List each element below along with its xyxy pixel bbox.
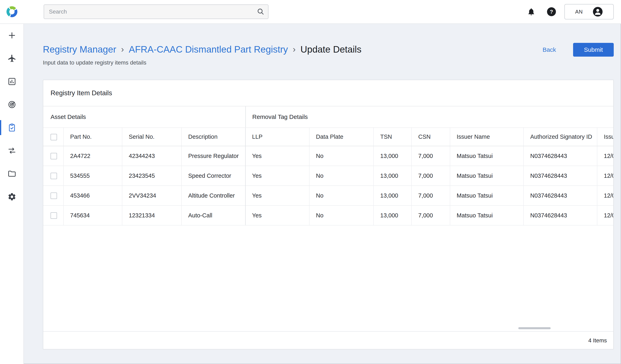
column-header-serial-no: Serial No. (122, 128, 182, 146)
user-avatar-icon (592, 6, 603, 17)
cell-issuer-name: Matsuo Tatsui (450, 166, 524, 186)
column-header-csn: CSN (412, 128, 450, 146)
select-all-checkbox[interactable] (51, 134, 57, 140)
table-row: 2A472242344243Pressure RegulatorYesNo13,… (43, 146, 613, 166)
submit-button[interactable]: Submit (573, 43, 614, 57)
notifications-button[interactable] (526, 7, 536, 17)
sidebar-item-registry[interactable] (0, 116, 24, 139)
topbar: ? AN (0, 0, 621, 24)
breadcrumb-separator: › (293, 43, 295, 56)
table-header-row: Part No.Serial No.DescriptionLLPData Pla… (43, 128, 613, 146)
cell-llp: Yes (245, 206, 309, 225)
cell-tsn: 13,000 (374, 166, 412, 186)
group-header-removal-tag-details: Removal Tag Details (245, 106, 613, 127)
cell-serial-no: 23423545 (122, 166, 182, 186)
cell-tsn: 13,000 (374, 206, 412, 225)
help-icon: ? (547, 7, 556, 16)
select-all-cell (43, 128, 64, 146)
table-region: Asset Details Removal Tag Details Part N… (43, 106, 613, 332)
gear-icon (7, 192, 16, 201)
column-header-tsn: TSN (374, 128, 412, 146)
cell-serial-no: 42344243 (122, 146, 182, 166)
breadcrumb-separator: › (121, 43, 124, 56)
breadcrumb-link-registry-manager[interactable]: Registry Manager (43, 43, 116, 56)
cell-description: Altitude Controller (182, 186, 245, 206)
registry-item-details-card: Registry Item Details Asset Details Remo… (43, 80, 614, 349)
cell-issuer-name: Matsuo Tatsui (450, 146, 524, 166)
column-header-data-plate: Data Plate (309, 128, 374, 146)
cell-part-no: 2A4722 (64, 146, 122, 166)
cell-csn: 7,000 (412, 186, 450, 206)
cell-tsn: 13,000 (374, 186, 412, 206)
sidebar (0, 24, 24, 364)
cell-issuer-name: Matsuo Tatsui (450, 206, 524, 225)
cell-authorized-signatory-id: N0374628443 (524, 166, 597, 186)
user-initials: AN (575, 9, 583, 15)
cell-issuer-name: Matsuo Tatsui (450, 186, 524, 206)
sidebar-item-files[interactable] (0, 162, 24, 185)
plus-icon (7, 31, 16, 40)
sidebar-item-tracking[interactable] (0, 93, 24, 116)
cell-description: Speed Corrector (182, 166, 245, 186)
bell-icon (527, 7, 535, 16)
table-body: 2A472242344243Pressure RegulatorYesNo13,… (43, 146, 613, 225)
column-header-description: Description (182, 128, 245, 146)
row-checkbox[interactable] (51, 212, 57, 219)
global-search (44, 4, 268, 19)
sidebar-item-analytics[interactable] (0, 70, 24, 93)
header-actions: Back Submit (543, 43, 614, 57)
cell-csn: 7,000 (412, 146, 450, 166)
main-content: Registry Manager › AFRA-CAAC Dismantled … (24, 24, 621, 364)
cell-part-no: 534555 (64, 166, 122, 186)
cell-data-plate: No (309, 146, 374, 166)
cell-llp: Yes (245, 166, 309, 186)
back-link[interactable]: Back (543, 43, 556, 57)
sidebar-item-aircraft[interactable] (0, 47, 24, 70)
cell-tsn: 13,000 (374, 146, 412, 166)
cell-llp: Yes (245, 146, 309, 166)
sidebar-item-transfers[interactable] (0, 139, 24, 162)
help-button[interactable]: ? (547, 7, 556, 17)
app-logo[interactable] (0, 6, 24, 17)
clipboard-check-icon (7, 123, 16, 132)
cell-csn: 7,000 (412, 206, 450, 225)
card-footer: 4 Items (43, 332, 613, 349)
page-subtitle: Input data to update registry items deta… (43, 59, 362, 66)
cell-data-plate: No (309, 186, 374, 206)
row-checkbox[interactable] (51, 173, 57, 179)
row-checkbox[interactable] (51, 192, 57, 199)
cell-serial-no: 12321334 (122, 206, 182, 225)
radar-icon (7, 100, 16, 109)
cell-csn: 7,000 (412, 166, 450, 186)
search-icon (257, 8, 264, 15)
cell-description: Auto-Call (182, 206, 245, 225)
table-row: 74563412321334Auto-CallYesNo13,0007,000M… (43, 206, 613, 225)
row-select-cell (43, 146, 64, 166)
search-input[interactable] (44, 4, 268, 19)
sidebar-item-settings[interactable] (0, 185, 24, 208)
row-select-cell (43, 206, 64, 225)
table-group-header-row: Asset Details Removal Tag Details (43, 106, 613, 128)
column-header-issuer-name: Issuer Name (450, 128, 524, 146)
registry-items-table: Part No.Serial No.DescriptionLLPData Pla… (43, 128, 613, 225)
cell-authorized-signatory-id: N0374628443 (524, 146, 597, 166)
sidebar-item-add[interactable] (0, 24, 24, 47)
airplane-icon (7, 54, 16, 63)
cell-serial-no: 2VV34234 (122, 186, 182, 206)
cell-data-plate: No (309, 166, 374, 186)
column-header-issue-date: Issue Date (597, 128, 613, 146)
user-menu-button[interactable]: AN (564, 4, 614, 19)
row-select-cell (43, 186, 64, 206)
topbar-right: ? AN (526, 4, 621, 19)
app-window: ? AN (0, 0, 621, 364)
cell-issue-date: 12/0 (597, 186, 613, 206)
column-header-part-no: Part No. (64, 128, 122, 146)
row-checkbox[interactable] (51, 153, 57, 159)
page-heading-block: Registry Manager › AFRA-CAAC Dismantled … (43, 43, 362, 66)
breadcrumb-link-dismantled-part-registry[interactable]: AFRA-CAAC Dismantled Part Registry (129, 43, 288, 56)
column-header-authorized-signatory-id: Authorized Signatory ID (524, 128, 597, 146)
horizontal-scrollbar-thumb[interactable] (518, 327, 551, 329)
cell-issue-date: 12/0 (597, 146, 613, 166)
logo-ring-icon (6, 6, 17, 17)
transfer-arrows-icon (7, 146, 16, 155)
